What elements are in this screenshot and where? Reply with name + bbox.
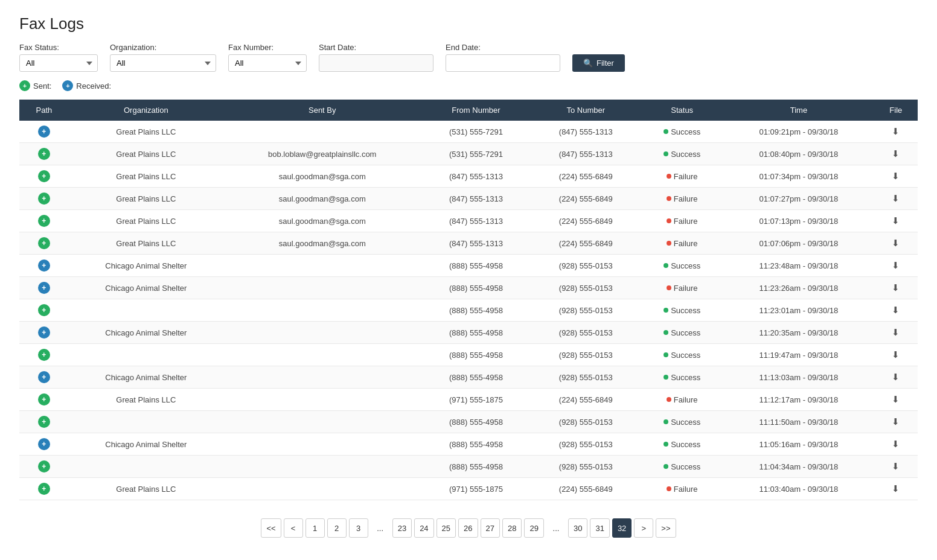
next-page-button[interactable]: > xyxy=(634,518,653,538)
fax-status-filter: Fax Status: All Success Failure xyxy=(19,43,98,72)
sent-legend: + Sent: xyxy=(19,80,51,91)
path-icon: + xyxy=(38,215,50,227)
status-dot xyxy=(664,419,668,424)
file-cell[interactable]: ⬇ xyxy=(874,232,918,255)
status-dot xyxy=(664,308,668,313)
status-dot xyxy=(664,151,668,156)
fax-number-label: Fax Number: xyxy=(228,43,307,52)
file-cell[interactable]: ⬇ xyxy=(874,344,918,366)
file-cell[interactable]: ⬇ xyxy=(874,121,918,143)
table-row: +Chicago Animal Shelter(888) 555-4958(92… xyxy=(19,433,918,456)
file-cell[interactable]: ⬇ xyxy=(874,143,918,165)
page-24-button[interactable]: 24 xyxy=(414,518,433,538)
table-row: +Great Plains LLCsaul.goodman@sga.com(84… xyxy=(19,165,918,188)
file-cell[interactable]: ⬇ xyxy=(874,255,918,277)
file-cell[interactable]: ⬇ xyxy=(874,366,918,389)
page-31-button[interactable]: 31 xyxy=(590,518,609,538)
sent-by-cell xyxy=(223,322,421,344)
organization-label: Organization: xyxy=(110,43,216,52)
page-30-button[interactable]: 30 xyxy=(568,518,587,538)
page-28-button[interactable]: 28 xyxy=(502,518,522,538)
download-icon[interactable]: ⬇ xyxy=(892,439,900,449)
status-cell: Success xyxy=(641,143,723,165)
time-cell: 11:20:35am - 09/30/18 xyxy=(723,322,874,344)
fax-number-select[interactable]: All xyxy=(228,54,307,72)
file-cell[interactable]: ⬇ xyxy=(874,299,918,322)
time-cell: 11:23:01am - 09/30/18 xyxy=(723,299,874,322)
table-row: +Great Plains LLCsaul.goodman@sga.com(84… xyxy=(19,188,918,210)
status-dot xyxy=(667,397,671,402)
file-cell[interactable]: ⬇ xyxy=(874,411,918,433)
end-date-filter: End Date: xyxy=(446,43,560,72)
file-cell[interactable]: ⬇ xyxy=(874,456,918,478)
download-icon[interactable]: ⬇ xyxy=(892,148,900,159)
page-1-button[interactable]: 1 xyxy=(305,518,325,538)
page-23-button[interactable]: 23 xyxy=(392,518,412,538)
download-icon[interactable]: ⬇ xyxy=(892,260,900,270)
page-27-button[interactable]: 27 xyxy=(481,518,500,538)
from-number-cell: (971) 555-1875 xyxy=(421,478,531,500)
end-date-input[interactable] xyxy=(446,54,560,72)
download-icon[interactable]: ⬇ xyxy=(892,461,900,471)
start-date-input[interactable]: 07-11-2018 12:00 PM xyxy=(319,54,433,72)
page-2-button[interactable]: 2 xyxy=(327,518,347,538)
path-icon: + xyxy=(38,192,50,205)
download-icon[interactable]: ⬇ xyxy=(892,215,900,226)
status-dot xyxy=(667,196,671,201)
fax-logs-table: Path Organization Sent By From Number To… xyxy=(19,100,918,500)
path-icon: + xyxy=(38,148,50,160)
table-row: +Great Plains LLCbob.loblaw@greatplainsl… xyxy=(19,143,918,165)
col-status: Status xyxy=(641,100,723,121)
from-number-cell: (888) 555-4958 xyxy=(421,433,531,456)
download-icon[interactable]: ⬇ xyxy=(892,282,900,293)
org-cell: Great Plains LLC xyxy=(69,121,223,143)
page-32-button[interactable]: 32 xyxy=(612,518,632,538)
path-icon: + xyxy=(38,237,50,249)
status-cell: Success xyxy=(641,344,723,366)
page-29-button[interactable]: 29 xyxy=(524,518,543,538)
file-cell[interactable]: ⬇ xyxy=(874,188,918,210)
file-cell[interactable]: ⬇ xyxy=(874,478,918,500)
status-cell: Success xyxy=(641,255,723,277)
download-icon[interactable]: ⬇ xyxy=(892,193,900,203)
time-cell: 01:09:21pm - 09/30/18 xyxy=(723,121,874,143)
status-dot xyxy=(667,218,671,223)
to-number-cell: (847) 555-1313 xyxy=(531,121,641,143)
fax-status-select[interactable]: All Success Failure xyxy=(19,54,98,72)
page-3-button[interactable]: 3 xyxy=(349,518,368,538)
page-25-button[interactable]: 25 xyxy=(437,518,456,538)
ellipsis-right: ... xyxy=(546,518,566,538)
download-icon[interactable]: ⬇ xyxy=(892,372,900,382)
path-icon: + xyxy=(38,259,50,272)
download-icon[interactable]: ⬇ xyxy=(892,394,900,404)
org-cell: Great Plains LLC xyxy=(69,232,223,255)
file-cell[interactable]: ⬇ xyxy=(874,322,918,344)
download-icon[interactable]: ⬇ xyxy=(892,416,900,427)
path-icon: + xyxy=(38,126,50,138)
first-page-button[interactable]: << xyxy=(261,518,281,538)
file-cell[interactable]: ⬇ xyxy=(874,389,918,411)
organization-select[interactable]: All Great Plains LLC Chicago Animal Shel… xyxy=(110,54,216,72)
download-icon[interactable]: ⬇ xyxy=(892,238,900,248)
page-26-button[interactable]: 26 xyxy=(458,518,478,538)
prev-page-button[interactable]: < xyxy=(284,518,303,538)
download-icon[interactable]: ⬇ xyxy=(892,483,900,494)
status-dot xyxy=(664,330,668,335)
filter-button[interactable]: 🔍 Filter xyxy=(572,54,625,72)
download-icon[interactable]: ⬇ xyxy=(892,126,900,136)
file-cell[interactable]: ⬇ xyxy=(874,165,918,188)
sent-by-cell xyxy=(223,366,421,389)
last-page-button[interactable]: >> xyxy=(656,518,676,538)
status-dot xyxy=(664,352,668,357)
download-icon[interactable]: ⬇ xyxy=(892,327,900,337)
org-cell: Great Plains LLC xyxy=(69,478,223,500)
file-cell[interactable]: ⬇ xyxy=(874,433,918,456)
path-icon: + xyxy=(38,371,50,383)
download-icon[interactable]: ⬇ xyxy=(892,171,900,181)
from-number-cell: (847) 555-1313 xyxy=(421,165,531,188)
file-cell[interactable]: ⬇ xyxy=(874,277,918,299)
download-icon[interactable]: ⬇ xyxy=(892,305,900,315)
download-icon[interactable]: ⬇ xyxy=(892,349,900,360)
file-cell[interactable]: ⬇ xyxy=(874,210,918,232)
table-row: +Chicago Animal Shelter(888) 555-4958(92… xyxy=(19,366,918,389)
